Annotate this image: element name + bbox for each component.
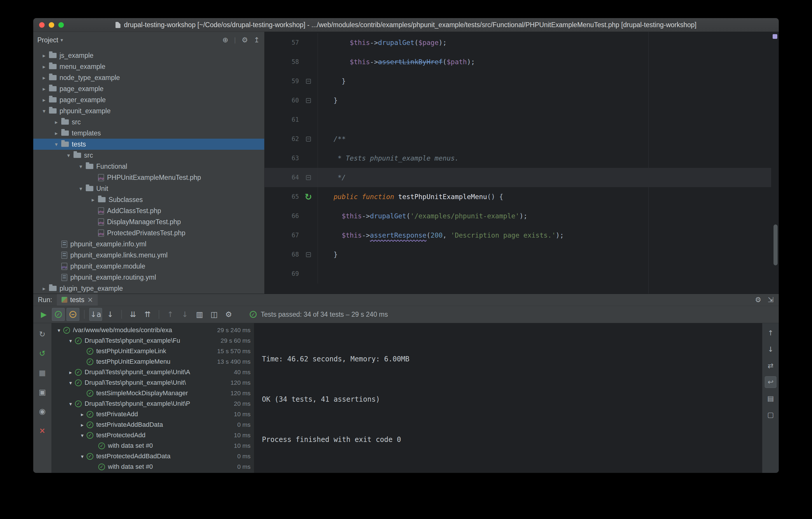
run-test-icon[interactable]: ↻ <box>299 187 318 207</box>
close-icon[interactable]: × <box>87 296 93 304</box>
test-tree-item[interactable]: ▾✓Drupal\Tests\phpunit_example\Unit\120 … <box>52 377 254 388</box>
tree-item[interactable]: phpunit_example.info.yml <box>33 239 264 250</box>
test-tree-item[interactable]: ✓with data set #00 ms <box>52 462 254 472</box>
code-line[interactable]: 59 } <box>265 72 771 91</box>
chevron-down-icon[interactable]: ▾ <box>66 338 75 344</box>
scroll-up-icon[interactable]: ↑ <box>765 327 776 339</box>
tree-item[interactable]: ProtectedPrivatesTest.php <box>33 227 264 239</box>
tree-item[interactable]: ▾phpunit_example <box>33 105 264 116</box>
test-tree-item[interactable]: ▾✓testProtectedAdd10 ms <box>52 430 254 440</box>
code-line[interactable]: 61 <box>265 110 771 129</box>
fold-marker-icon[interactable] <box>299 72 318 91</box>
previous-failed-test-button[interactable]: ↑ <box>164 308 177 321</box>
project-tree[interactable]: ▸js_example▸menu_example▸node_type_examp… <box>33 48 264 294</box>
chevron-down-icon[interactable]: ▾ <box>76 185 86 192</box>
tree-item[interactable]: ▸js_example <box>33 50 264 61</box>
close-window-button[interactable] <box>39 22 45 28</box>
chevron-right-icon[interactable]: ▸ <box>39 75 49 81</box>
test-tree-item[interactable]: ▸✓Drupal\Tests\phpunit_example\Unit\A40 … <box>52 367 254 377</box>
chevron-down-icon[interactable]: ▾ <box>39 108 49 114</box>
tree-item[interactable]: ▸plugin_type_example <box>33 283 264 294</box>
fold-marker-icon[interactable] <box>299 168 318 187</box>
chevron-down-icon[interactable]: ▾ <box>76 163 86 170</box>
tree-item[interactable]: ▸node_type_example <box>33 72 264 83</box>
code-line[interactable]: 68 } <box>265 245 771 264</box>
code-line[interactable]: 62 /** <box>265 129 771 148</box>
tree-item[interactable]: ▸src <box>33 116 264 128</box>
soft-wrap-icon[interactable]: ↩ <box>765 376 776 388</box>
console-view-icon[interactable]: ▣ <box>36 386 48 398</box>
chevron-right-icon[interactable]: ▸ <box>78 411 87 417</box>
collapse-all-button[interactable]: ⇈ <box>141 308 154 321</box>
collapse-all-icon[interactable]: ↥ <box>254 36 260 44</box>
code-line[interactable]: 63 * Tests phpunit_example menus. <box>265 148 771 168</box>
tree-item[interactable]: ▾src <box>33 150 264 161</box>
annotation-mark[interactable] <box>773 34 777 39</box>
tree-item[interactable]: ▾Functional <box>33 161 264 172</box>
test-tree-item[interactable]: ✓testPhpUnitExampleLink15 s 570 ms <box>52 346 254 356</box>
close-tab-icon[interactable]: × <box>36 425 48 436</box>
hide-panel-icon[interactable]: ⇲ <box>768 296 774 304</box>
tree-item[interactable]: ▾Unit <box>33 183 264 194</box>
chevron-right-icon[interactable]: ▸ <box>39 63 49 70</box>
run-tab-tests[interactable]: tests × <box>57 294 98 306</box>
tree-item[interactable]: ▸page_example <box>33 83 264 94</box>
project-panel-title[interactable]: Project <box>37 36 58 44</box>
code-line[interactable]: 64 */ <box>265 168 771 187</box>
chevron-right-icon[interactable]: ▸ <box>39 52 49 59</box>
code-line[interactable]: 69 <box>265 264 771 283</box>
sort-by-duration-toggle[interactable]: ↓ <box>104 308 117 321</box>
tree-item[interactable]: phpunit_example.module <box>33 261 264 272</box>
zoom-window-button[interactable] <box>58 22 64 28</box>
test-results-tree[interactable]: ▾✓/var/www/web/modules/contrib/exa29 s 2… <box>52 323 254 473</box>
test-tree-item[interactable]: ✓testPhpUnitExampleMenu13 s 490 ms <box>52 356 254 367</box>
tree-item[interactable]: ▸pager_example <box>33 94 264 105</box>
settings-gear-icon[interactable]: ⚙ <box>755 296 761 304</box>
chevron-down-icon[interactable]: ▾ <box>78 432 87 438</box>
chevron-down-icon[interactable]: ▾ <box>66 380 75 386</box>
next-failed-test-button[interactable]: ↓ <box>178 308 191 321</box>
tree-item[interactable]: AddClassTest.php <box>33 205 264 216</box>
test-tree-item[interactable]: ▾✓/var/www/web/modules/contrib/exa29 s 2… <box>52 325 254 335</box>
import-test-results-button[interactable]: ▥ <box>193 308 206 321</box>
editor-scrollbar[interactable] <box>771 32 779 294</box>
rerun-icon[interactable]: ↻ <box>36 328 48 340</box>
rerun-tests-button[interactable]: ▶ <box>37 308 50 321</box>
code-line[interactable]: 57 $this->drupalGet($page); <box>265 33 771 52</box>
chevron-right-icon[interactable]: ▸ <box>39 285 49 292</box>
test-tree-item[interactable]: ▾✓testProtectedAddBadData0 ms <box>52 451 254 462</box>
print-icon[interactable]: ▤ <box>765 392 776 404</box>
test-tree-item[interactable]: ✓with data set #010 ms <box>52 440 254 451</box>
chevron-down-icon[interactable]: ▾ <box>66 401 75 407</box>
show-ignored-toggle[interactable] <box>66 308 79 321</box>
sort-alphabetically-toggle[interactable]: ↓a <box>89 308 102 321</box>
code-line[interactable]: 58 $this->assertLinkByHref($path); <box>265 52 771 72</box>
chevron-right-icon[interactable]: ▸ <box>39 97 49 103</box>
test-tree-item[interactable]: ✓testSimpleMockDisplayManager120 ms <box>52 388 254 399</box>
code-line[interactable]: 65↻ public function testPhpUnitExampleMe… <box>265 187 771 207</box>
test-tree-item[interactable]: ▸✓testPrivateAddBadData0 ms <box>52 419 254 430</box>
settings-gear-icon[interactable]: ⚙ <box>241 36 248 44</box>
pin-tab-icon[interactable]: ◉ <box>36 406 48 417</box>
chevron-down-icon[interactable]: ▾ <box>64 152 74 159</box>
tree-item[interactable]: ▾tests <box>33 139 264 150</box>
chevron-down-icon[interactable]: ▾ <box>61 37 63 43</box>
stop-icon[interactable]: ■ <box>36 367 48 379</box>
minimize-window-button[interactable] <box>49 22 54 28</box>
tree-item[interactable]: ▸menu_example <box>33 61 264 72</box>
coverage-button[interactable]: ◫ <box>208 308 221 321</box>
code-line[interactable]: 60 } <box>265 91 771 110</box>
show-passed-toggle[interactable]: ✓ <box>52 308 65 321</box>
code-line[interactable]: 66 $this->drupalGet('/examples/phpunit-e… <box>265 207 771 226</box>
fold-marker-icon[interactable] <box>299 91 318 110</box>
tree-item[interactable]: phpunit_example.links.menu.yml <box>33 250 264 261</box>
chevron-down-icon[interactable]: ▾ <box>78 453 87 460</box>
locate-file-icon[interactable]: ⊕ <box>223 36 228 44</box>
document-proxy-icon[interactable] <box>116 22 120 28</box>
titlebar[interactable]: drupal-testing-workshop [~/Code/os/drupa… <box>33 18 779 32</box>
code-line[interactable]: 67 $this->assertResponse(200, 'Descripti… <box>265 226 771 245</box>
fold-marker-icon[interactable] <box>299 245 318 264</box>
chevron-right-icon[interactable]: ▸ <box>88 196 98 203</box>
tree-item[interactable]: phpunit_example.routing.yml <box>33 272 264 283</box>
test-tree-item[interactable]: ▸✓testPrivateAdd10 ms <box>52 409 254 419</box>
